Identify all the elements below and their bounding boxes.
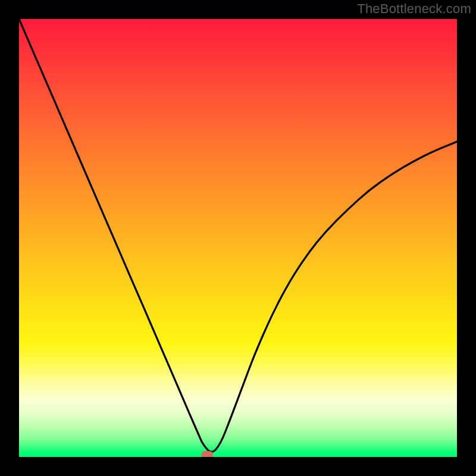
plot-area	[19, 19, 457, 457]
bottleneck-curve-path	[19, 19, 457, 452]
optimum-marker	[201, 451, 213, 457]
curve-svg	[19, 19, 457, 457]
chart-frame: TheBottleneck.com	[0, 0, 476, 476]
watermark-text: TheBottleneck.com	[357, 1, 471, 17]
